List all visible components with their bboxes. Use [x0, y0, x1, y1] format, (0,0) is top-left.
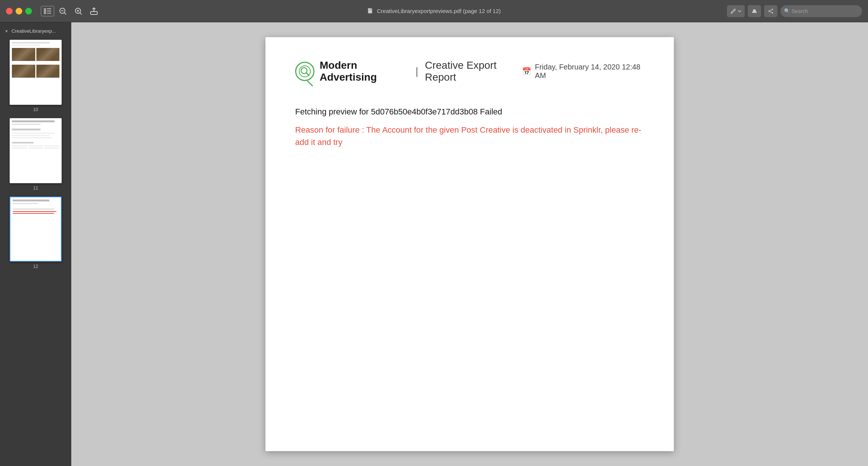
brand-name: Modern Advertising — [320, 59, 409, 83]
zoom-out-button[interactable] — [56, 5, 70, 17]
thumb-img-4 — [36, 65, 60, 78]
annotation-button[interactable] — [727, 5, 745, 17]
brand-logo — [295, 62, 314, 81]
sidebar-file-label: CreativeLibraryexp... — [12, 28, 56, 34]
report-type: Creative Export Report — [425, 59, 522, 83]
zoom-out-icon — [59, 7, 67, 15]
redact-button[interactable] — [748, 5, 761, 17]
thumb-label-11: 11 — [33, 185, 38, 191]
svg-line-6 — [65, 13, 66, 14]
share2-button[interactable] — [764, 5, 777, 17]
svg-line-22 — [770, 10, 771, 11]
brand-separator: | — [415, 65, 418, 77]
search-wrapper: 🔍 — [780, 5, 862, 17]
svg-rect-2 — [47, 10, 51, 12]
content-area: Modern Advertising | Creative Export Rep… — [71, 22, 868, 466]
thumb-header-line — [12, 42, 50, 43]
window-title: CreativeLibraryexportpreviews.pdf (page … — [377, 8, 501, 14]
calendar-icon: 📅 — [522, 67, 531, 76]
magnifier-icon — [300, 66, 310, 77]
stamp-icon — [751, 8, 757, 14]
svg-point-21 — [772, 12, 773, 13]
thumbnail-11 — [10, 118, 62, 183]
minimize-button[interactable] — [16, 8, 22, 14]
window-title-area: PDF CreativeLibraryexportpreviews.pdf (p… — [367, 8, 501, 14]
traffic-lights — [6, 8, 32, 14]
share2-icon — [768, 8, 774, 14]
svg-rect-14 — [371, 8, 372, 10]
main-layout: ▼ CreativeLibraryexp... — [0, 22, 868, 466]
thumb-img-1 — [12, 48, 35, 61]
maximize-button[interactable] — [25, 8, 32, 14]
svg-text:PDF: PDF — [369, 11, 372, 13]
svg-rect-18 — [753, 9, 756, 11]
pdf-file-icon: PDF — [367, 8, 374, 14]
title-bar: PDF CreativeLibraryexportpreviews.pdf (p… — [0, 0, 868, 22]
t11-header — [12, 120, 55, 122]
svg-point-19 — [772, 9, 773, 10]
date-section: 📅 Friday, February 14, 2020 12:48 AM — [522, 63, 644, 80]
t11-title1 — [12, 129, 40, 130]
sidebar-icon — [44, 8, 51, 14]
thumb-content-12 — [10, 197, 61, 217]
thumb-img-3 — [12, 65, 35, 78]
error-reason-text: Reason for failure : The Account for the… — [295, 124, 644, 148]
brand-logo-inner — [299, 65, 311, 77]
thumbnail-item-11[interactable]: 11 — [0, 115, 71, 194]
thumb-label-12: 12 — [33, 264, 38, 269]
share-icon — [90, 7, 98, 15]
thumb-grid-bottom — [12, 65, 59, 78]
pdf-page-header: Modern Advertising | Creative Export Rep… — [295, 59, 644, 83]
thumbnail-12 — [10, 197, 62, 262]
report-date: Friday, February 14, 2020 12:48 AM — [535, 63, 644, 80]
chevron-down-icon — [737, 9, 742, 13]
svg-rect-1 — [47, 8, 51, 9]
svg-rect-0 — [44, 8, 46, 14]
zoom-in-button[interactable] — [71, 5, 85, 17]
sidebar: ▼ CreativeLibraryexp... — [0, 22, 71, 466]
pdf-page: Modern Advertising | Creative Export Rep… — [265, 37, 674, 451]
thumb-content-11 — [10, 118, 62, 152]
svg-line-23 — [770, 11, 771, 12]
thumbnail-10 — [10, 40, 62, 105]
share-button[interactable] — [87, 5, 101, 17]
t11-sub — [12, 124, 40, 125]
pen-icon — [730, 8, 737, 14]
thumbnail-item-12[interactable]: 12 — [0, 194, 71, 272]
search-input[interactable] — [780, 5, 862, 17]
thumb-subline — [12, 45, 40, 46]
thumb-img-2 — [36, 48, 60, 61]
toolbar-left — [41, 5, 101, 17]
thumb-grid-top — [12, 48, 59, 61]
thumb-content-10 — [10, 40, 62, 80]
t11-section2 — [12, 142, 59, 149]
sidebar-toggle-button[interactable] — [41, 6, 54, 16]
close-button[interactable] — [6, 8, 13, 14]
chevron-icon: ▼ — [4, 29, 9, 33]
svg-line-25 — [306, 73, 309, 75]
svg-rect-3 — [47, 13, 51, 14]
t11-section1 — [12, 129, 59, 138]
error-section: Fetching preview for 5d076b50e4b0f3e717d… — [295, 106, 644, 148]
toolbar-right: 🔍 — [727, 5, 862, 17]
thumb-label-10: 10 — [33, 107, 38, 112]
thumbnail-item-10[interactable]: 10 — [0, 37, 71, 115]
zoom-in-icon — [74, 7, 82, 15]
svg-line-10 — [80, 13, 82, 14]
svg-rect-17 — [752, 11, 757, 13]
error-main-text: Fetching preview for 5d076b50e4b0f3e717d… — [295, 106, 644, 118]
brand-section: Modern Advertising | Creative Export Rep… — [295, 59, 522, 83]
sidebar-header: ▼ CreativeLibraryexp... — [0, 25, 71, 37]
svg-point-20 — [769, 10, 770, 12]
